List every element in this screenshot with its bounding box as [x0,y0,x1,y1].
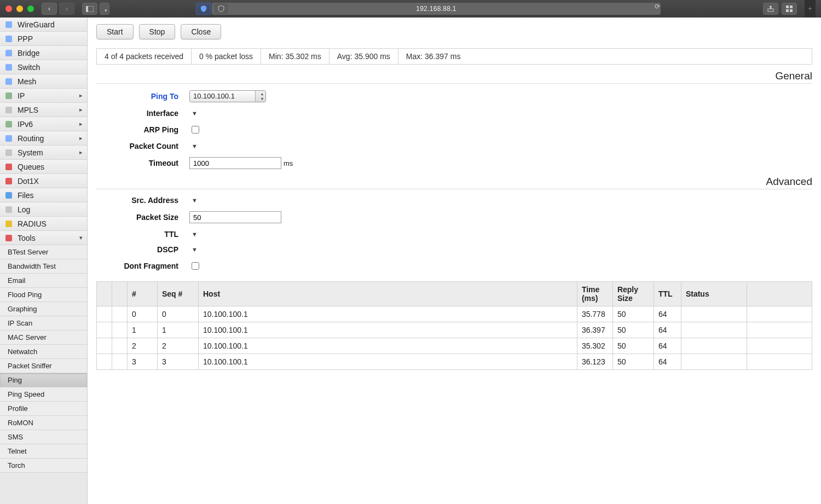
label-src-address: Src. Address [96,196,189,205]
address-bar[interactable]: 192.168.88.1 [212,3,661,15]
tab-groups-button[interactable] [100,3,109,15]
reload-icon[interactable]: ⟳ [655,3,660,10]
timeout-unit: ms [284,159,293,167]
sidebar-subitem-ip-scan[interactable]: IP Scan [0,316,87,331]
back-button[interactable]: ‹ [42,3,57,15]
sidebar-item-label: Mesh [18,77,36,86]
sidebar-item-wireguard[interactable]: WireGuard [0,18,87,32]
sidebar-item-queues[interactable]: Queues [0,160,87,174]
interface-expand-icon[interactable]: ▼ [192,110,198,117]
table-row[interactable]: 2210.100.100.135.3025064 [97,338,812,354]
start-button[interactable]: Start [96,24,134,39]
col-reply[interactable]: Reply Size [612,282,654,306]
close-window-icon[interactable] [5,5,12,12]
src-address-expand-icon[interactable]: ▼ [192,197,198,204]
tabs-overview-button[interactable] [782,3,797,15]
ping-to-value: 10.100.100.1 [193,92,235,100]
new-tab-button[interactable]: + [805,0,816,18]
ipv6-icon [4,120,13,129]
sidebar-toggle-button[interactable] [82,3,97,15]
sidebar-subitem-graphing[interactable]: Graphing [0,302,87,316]
sidebar-subitem-ping-speed[interactable]: Ping Speed [0,387,87,402]
packet-count-expand-icon[interactable]: ▼ [192,143,198,149]
label-interface: Interface [96,109,189,118]
sidebar-subitem-flood-ping[interactable]: Flood Ping [0,288,87,302]
sidebar: WireGuardPPPBridgeSwitchMeshIPMPLSIPv6Ro… [0,18,88,504]
col-ttl[interactable]: TTL [654,282,681,306]
cell-time: 36.123 [577,354,612,370]
sidebar-subitem-romon[interactable]: RoMON [0,416,87,430]
col-status[interactable]: Status [681,282,747,306]
sidebar-subitem-ping[interactable]: Ping [0,373,87,387]
sidebar-subitem-btest-server[interactable]: BTest Server [0,245,87,259]
switch-icon [4,63,13,72]
sidebar-item-tools[interactable]: Tools [0,231,87,245]
sidebar-subitem-profile[interactable]: Profile [0,402,87,416]
col-seq[interactable]: Seq # [158,282,199,306]
sidebar-subitem-telnet[interactable]: Telnet [0,444,87,459]
sidebar-item-system[interactable]: System [0,146,87,160]
table-row[interactable]: 0010.100.100.135.7785064 [97,306,812,322]
tools-icon [4,234,13,242]
forward-button[interactable]: › [59,3,74,15]
label-packet-count: Packet Count [96,142,189,150]
col-blank1 [97,282,112,306]
ping-to-select[interactable]: 10.100.100.1 ▴▾ [189,90,266,102]
sidebar-item-ip[interactable]: IP [0,89,87,103]
sidebar-item-mesh[interactable]: Mesh [0,74,87,89]
cell-status [681,354,747,370]
mpls-icon [4,106,13,114]
sidebar-subitem-packet-sniffer[interactable]: Packet Sniffer [0,359,87,373]
sidebar-item-log[interactable]: Log [0,202,87,217]
sidebar-subitem-torch[interactable]: Torch [0,459,87,473]
stop-button[interactable]: Stop [139,24,176,39]
table-row[interactable]: 1110.100.100.136.3975064 [97,322,812,338]
svg-rect-18 [5,178,12,184]
sidebar-subitem-bandwidth-test[interactable]: Bandwidth Test [0,259,87,274]
sidebar-item-label: IPv6 [18,120,33,129]
svg-rect-11 [5,78,12,85]
col-time[interactable]: Time (ms) [577,282,612,306]
section-advanced: Advanced [96,176,812,189]
cell-reply: 50 [612,306,654,322]
sidebar-item-dot1x[interactable]: Dot1X [0,174,87,188]
cell-blank3 [747,322,812,338]
close-button[interactable]: Close [181,24,221,39]
sidebar-item-label: PPP [18,34,33,43]
dont-fragment-checkbox[interactable] [192,262,199,270]
timeout-input[interactable] [189,157,281,169]
sidebar-subitem-mac-server[interactable]: MAC Server [0,331,87,345]
privacy-report-button[interactable] [196,3,211,15]
sidebar-item-bridge[interactable]: Bridge [0,46,87,60]
table-row[interactable]: 3310.100.100.136.1235064 [97,354,812,370]
sidebar-item-routing[interactable]: Routing [0,131,87,146]
svg-rect-10 [5,64,12,71]
sidebar-item-ipv6[interactable]: IPv6 [0,117,87,131]
sidebar-subitem-sms[interactable]: SMS [0,430,87,444]
cell-blank3 [747,354,812,370]
ttl-expand-icon[interactable]: ▼ [192,231,198,237]
results-header-row: # Seq # Host Time (ms) Reply Size TTL St… [97,282,812,306]
stats-avg: Avg: 35.900 ms [329,49,398,64]
arp-ping-checkbox[interactable] [192,126,199,134]
main-content: Start Stop Close 4 of 4 packets received… [88,18,821,504]
cell-blank2 [112,338,128,354]
sidebar-subitem-email[interactable]: Email [0,274,87,288]
col-host[interactable]: Host [199,282,577,306]
minimize-window-icon[interactable] [16,5,23,12]
col-num[interactable]: # [128,282,158,306]
sidebar-item-mpls[interactable]: MPLS [0,103,87,117]
sidebar-item-radius[interactable]: RADIUS [0,217,87,231]
sidebar-item-files[interactable]: Files [0,188,87,202]
sidebar-item-ppp[interactable]: PPP [0,32,87,46]
share-button[interactable] [763,3,778,15]
cell-blank1 [97,338,112,354]
cell-host: 10.100.100.1 [199,354,577,370]
sidebar-subitem-netwatch[interactable]: Netwatch [0,345,87,359]
sidebar-item-switch[interactable]: Switch [0,60,87,74]
zoom-window-icon[interactable] [27,5,34,12]
cell-seq: 2 [158,338,199,354]
privacy-shield-button[interactable] [213,3,229,15]
dscp-expand-icon[interactable]: ▼ [192,246,198,253]
packet-size-input[interactable] [189,211,281,223]
